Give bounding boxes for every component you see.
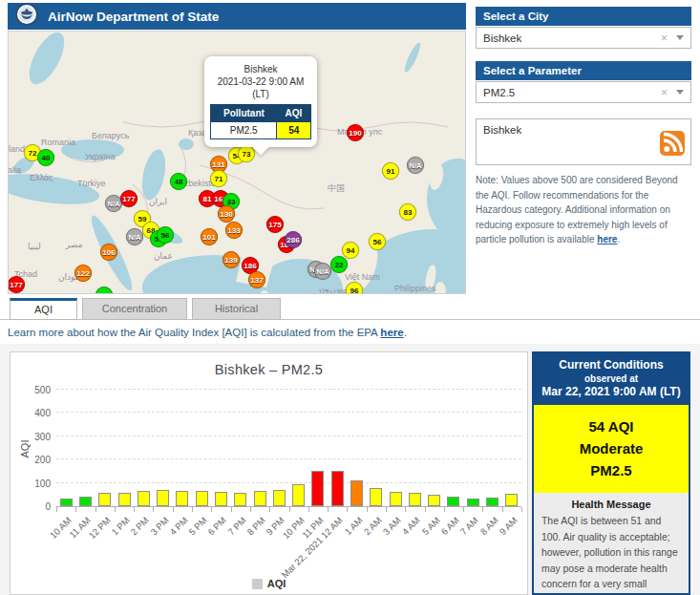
tab-aqi[interactable]: AQI — [10, 298, 77, 320]
page: AirNow Department of State — [0, 0, 700, 595]
popup-col-aqi: AQI — [277, 105, 311, 122]
aqi-bar[interactable] — [273, 490, 286, 506]
aqi-bar[interactable] — [447, 497, 459, 506]
map-place-label: مصر — [66, 240, 83, 249]
aqi-marker[interactable]: 139 — [223, 251, 240, 268]
x-tick-mark — [211, 507, 212, 512]
x-tick-mark — [153, 507, 154, 512]
select-parameter-header: Select a Parameter — [476, 61, 691, 80]
city-chevron-down-icon[interactable] — [676, 35, 684, 40]
aqi-bar[interactable] — [79, 497, 92, 506]
aqi-marker[interactable]: 48 — [170, 173, 187, 190]
x-tick-mark — [521, 507, 522, 512]
aqi-bar[interactable] — [215, 492, 227, 506]
aqi-bar[interactable] — [60, 499, 73, 506]
aqi-bar[interactable] — [428, 495, 440, 506]
x-tick-mark — [502, 507, 503, 512]
x-tick-mark — [250, 507, 251, 512]
parameter-select[interactable]: PM2.5 × — [476, 81, 691, 103]
learn-more-here-link[interactable]: here — [380, 327, 403, 338]
cc-pollutant: PM2.5 — [534, 459, 689, 481]
gridline — [56, 412, 521, 413]
y-tick-label: 0 — [11, 501, 51, 512]
aqi-marker[interactable]: 22 — [330, 256, 348, 273]
current-conditions-header: Current Conditions observed at Mar 22, 2… — [534, 353, 689, 405]
map-place-label: ليبيا — [28, 242, 41, 251]
parameter-clear-icon[interactable]: × — [661, 86, 668, 99]
aqi-bar[interactable] — [98, 493, 111, 506]
gridline — [56, 389, 521, 390]
x-tick-mark — [367, 507, 368, 512]
aqi-marker[interactable]: 94 — [342, 242, 359, 259]
aqi-marker[interactable]: 101 — [201, 228, 218, 245]
select-city-header: Select a City — [476, 7, 691, 26]
aqi-bar[interactable] — [390, 492, 402, 506]
aqi-bar[interactable] — [254, 491, 266, 506]
map-place-label: 中国 — [328, 182, 345, 195]
city-select[interactable]: Bishkek × — [476, 27, 691, 49]
aqi-marker[interactable]: 71 — [210, 170, 227, 187]
tab-historical[interactable]: Historical — [192, 298, 281, 320]
aqi-marker[interactable]: 286 — [285, 231, 302, 248]
aqi-marker[interactable]: 137 — [248, 271, 265, 288]
aqi-marker[interactable]: 106 — [100, 244, 117, 261]
y-tick-label: 400 — [11, 408, 51, 418]
aqi-marker[interactable]: 96 — [346, 282, 363, 294]
aqi-bar[interactable] — [486, 498, 498, 506]
map-place-label: Ελλάς — [30, 173, 53, 182]
map-place-label: land — [9, 144, 25, 154]
aqi-marker[interactable]: 122 — [74, 265, 92, 282]
x-tick-mark — [192, 507, 193, 512]
aqi-bar[interactable] — [196, 491, 208, 506]
city-clear-icon[interactable]: × — [661, 32, 668, 45]
map-place-label: Philippines — [394, 284, 436, 293]
aqi-bar[interactable] — [176, 491, 188, 506]
x-tick-mark — [134, 507, 135, 512]
tab-concentration[interactable]: Concentration — [82, 298, 187, 320]
parameter-chevron-down-icon[interactable] — [676, 90, 684, 95]
x-tick-mark — [463, 507, 464, 512]
aqi-marker[interactable]: 190 — [347, 124, 364, 141]
note-here-link[interactable]: here — [597, 234, 617, 244]
chart-legend[interactable]: AQI — [11, 578, 527, 589]
aqi-bar[interactable] — [118, 493, 131, 506]
aqi-marker[interactable]: N/A — [407, 157, 424, 174]
note-suffix: . — [617, 234, 620, 244]
map-popup: Bishkek 2021-03-22 9:00 AM (LT) Pollutan… — [204, 56, 317, 147]
aqi-bar[interactable] — [467, 499, 479, 506]
aqi-bar[interactable] — [157, 490, 169, 506]
aqi-marker[interactable]: 40 — [37, 149, 54, 166]
x-tick-mark — [289, 507, 290, 512]
aqi-marker[interactable]: N/A — [126, 228, 143, 245]
popup-pollutant-value: PM2.5 — [211, 122, 277, 139]
rss-feed-box: Bishkek — [476, 118, 691, 165]
aqi-bar[interactable] — [138, 491, 150, 506]
aqi-bar[interactable] — [331, 471, 344, 506]
aqi-bar[interactable] — [292, 484, 305, 506]
aqi-marker[interactable]: 91 — [382, 162, 399, 180]
x-tick-mark — [95, 507, 96, 512]
aqi-bar[interactable] — [370, 488, 382, 506]
aqi-map[interactable]: БеларусьУкраїнаRomanialandItaliaΕλλάςTür… — [8, 31, 466, 294]
x-tick-mark — [425, 507, 426, 512]
cc-health-message: Health Message The AQI is between 51 and… — [534, 493, 689, 595]
aqi-marker[interactable]: 133 — [225, 222, 243, 239]
aqi-bar[interactable] — [409, 493, 421, 506]
aqi-bar[interactable] — [234, 493, 246, 506]
aqi-marker[interactable]: 56 — [157, 226, 174, 244]
aqi-bar[interactable] — [311, 471, 324, 506]
x-tick-mark — [444, 507, 445, 512]
aqi-marker[interactable]: 177 — [8, 276, 25, 293]
aqi-marker[interactable]: 56 — [369, 233, 386, 250]
chart-title: Bishkek – PM2.5 — [11, 362, 527, 377]
aqi-marker[interactable]: 175 — [266, 216, 284, 233]
aqi-marker[interactable]: N/A — [314, 263, 331, 280]
y-tick-label: 500 — [11, 385, 51, 395]
aqi-bar[interactable] — [505, 494, 518, 506]
rss-icon[interactable] — [660, 131, 685, 159]
aqi-marker[interactable]: 130 — [218, 205, 235, 223]
app-title: AirNow Department of State — [48, 10, 219, 24]
aqi-marker[interactable]: 177 — [120, 190, 138, 207]
aqi-marker[interactable]: 83 — [399, 203, 416, 221]
aqi-bar[interactable] — [350, 480, 363, 506]
